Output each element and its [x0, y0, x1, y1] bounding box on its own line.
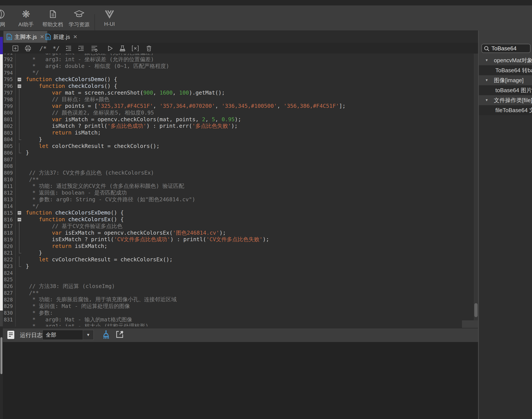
code-line[interactable]: 818 var isExMatch = opencv.checkColorsEx… — [3, 230, 478, 236]
code-line[interactable]: 810 /** — [3, 176, 478, 183]
code-line[interactable]: 816 function checkColorsEx() { — [3, 216, 478, 223]
tree-item-tobase64-mat[interactable]: ToBase64 转bas — [479, 65, 532, 75]
code-line[interactable]: 822 let cvColorCheckResult = checkColors… — [3, 256, 478, 263]
toolbar-item-website[interactable]: 官网 — [0, 8, 13, 28]
code-line[interactable]: 792 * arg3: int - 坐标误差 (允许的位置偏差) — [3, 56, 478, 63]
fold-guide — [16, 156, 25, 163]
tree-item-filetobase64[interactable]: fileToBase64 文 — [479, 105, 532, 115]
code-line[interactable]: 827 /** — [3, 290, 478, 297]
code-line[interactable]: 804 } — [3, 136, 478, 143]
tab-main-script[interactable]: JS 主脚本.js ✕ — [3, 31, 47, 43]
code-line[interactable]: 830 * 参数: — [3, 310, 478, 316]
tab-new-file[interactable]: JS 新建.js ✕ — [42, 31, 80, 43]
code-text: let colorCheckResult = checkColors(); — [26, 143, 160, 150]
code-line[interactable]: 798 // 目标点: 坐标+颜色 — [3, 96, 478, 103]
run-icon[interactable] — [106, 44, 114, 52]
line-number: 798 — [3, 97, 13, 102]
print-icon[interactable] — [24, 44, 32, 52]
code-line[interactable]: 801 var isMatch = opencv.checkColors(mat… — [3, 116, 478, 123]
fold-toggle-icon[interactable] — [16, 210, 25, 216]
search-input[interactable] — [481, 44, 531, 53]
code-text: } — [26, 136, 42, 143]
tree-group-opencvmat[interactable]: ▼ opencvMat对象[ — [479, 55, 532, 65]
tree-item-label: toBase64 图片ba — [495, 87, 532, 94]
code-line[interactable]: 807 — [3, 156, 478, 163]
code-line[interactable]: 802 isMatch ? printl('多点比色成功') : print.e… — [3, 123, 478, 130]
fold-toggle-icon[interactable] — [16, 216, 25, 223]
tree-group-file[interactable]: ▼ 文件操作类[file] — [479, 95, 532, 105]
new-file-icon[interactable] — [12, 44, 19, 52]
code-line[interactable]: * arg1: int - 核大小 (结构元处理核形) — [3, 323, 478, 327]
editor-scrollbar-thumb[interactable] — [474, 303, 478, 317]
code-line[interactable]: 829 * 返回值: Mat - 闭运算处理后的图像 — [3, 303, 478, 310]
code-text: * 参数: arg0: String - CV文件路径 (如"图色246814.… — [26, 196, 195, 203]
indent-icon[interactable] — [77, 44, 85, 52]
tab-label: 新建.js — [53, 33, 70, 41]
code-line[interactable]: 793 * arg4: double - 相似度 (0~1, 匹配严格程度) — [3, 63, 478, 70]
code-text: // 基于CV文件验证多点比色 — [26, 223, 123, 230]
fold-guide — [16, 53, 25, 56]
log-filter-dropdown-arrow[interactable]: ▼ — [83, 330, 94, 340]
code-editor[interactable]: 791 * arg2: int - 颜色误差 (允许的色值偏差)792 * ar… — [3, 53, 478, 328]
toolbar-item-hui[interactable]: H-UI — [97, 8, 123, 27]
fold-guide — [16, 303, 25, 310]
test-flask-icon[interactable] — [119, 44, 127, 52]
desktop-sliver — [0, 30, 3, 419]
code-line[interactable]: 821 } — [3, 250, 478, 256]
code-line[interactable]: 826 // 方法38: 闭运算 (closeImg) — [3, 283, 478, 290]
hui-logo-icon — [97, 8, 123, 20]
toolbar-item-learning[interactable]: 学习资源 — [66, 8, 92, 28]
toolbar-item-help-docs[interactable]: 帮助文档 — [40, 8, 66, 28]
clear-trash-icon[interactable] — [145, 44, 153, 52]
toolbar-item-ai-assistant[interactable]: ❋ AI助手 — [13, 8, 39, 28]
tree-group-image[interactable]: ▼ 图像[image] — [479, 75, 532, 85]
code-text: var isMatch = opencv.checkColors(mat, po… — [26, 116, 241, 123]
code-line[interactable]: 796 function checkColors() { — [3, 83, 478, 90]
code-line[interactable]: 823} — [3, 263, 478, 270]
tab-close-icon[interactable]: ✕ — [73, 34, 77, 40]
code-line[interactable]: 815function checkColorsExDemo() { — [3, 210, 478, 216]
fold-guide — [16, 196, 25, 203]
code-text: isExMatch ? printl('CV文件多点比色成功') : print… — [26, 236, 269, 243]
code-text: function checkColors() { — [26, 83, 117, 90]
code-line[interactable]: 803 return isMatch; — [3, 130, 478, 136]
export-log-icon[interactable] — [115, 330, 124, 339]
fold-toggle-icon[interactable] — [16, 83, 25, 90]
code-line[interactable]: 794 */ — [3, 69, 478, 76]
code-line[interactable]: 820 return isExMatch; — [3, 243, 478, 250]
log-output-area[interactable] — [3, 342, 478, 419]
code-line[interactable]: 809 // 方法37: CV文件多点比色 (checkColorsEx) — [3, 170, 478, 176]
fold-toggle-icon[interactable] — [16, 76, 25, 83]
fold-guide — [16, 136, 25, 143]
code-line[interactable]: 799 var points = ['325,317,#F4C51F', '35… — [3, 103, 478, 109]
code-line[interactable]: 806} — [3, 149, 478, 156]
code-line[interactable]: 825 — [3, 276, 478, 283]
format-code-icon[interactable] — [90, 44, 98, 52]
code-line[interactable]: 814 */ — [3, 203, 478, 210]
code-line[interactable]: 800 // 颜色误差2, 坐标误差5, 相似度0.95 — [3, 109, 478, 116]
code-line[interactable]: 831 * arg0: Mat - 输入的mat格式图像 — [3, 316, 478, 323]
brackets-x-icon[interactable] — [131, 44, 139, 52]
code-line[interactable]: 805 let colorCheckResult = checkColors()… — [3, 143, 478, 150]
editor-scrollbar-track[interactable] — [474, 53, 478, 320]
log-filter-dropdown[interactable]: 全部 — [42, 330, 83, 340]
help-doc-icon — [40, 8, 66, 20]
log-panel-title: 运行日志 — [20, 331, 42, 339]
clear-log-broom-icon[interactable] — [102, 330, 110, 340]
code-line[interactable]: 819 isExMatch ? printl('CV文件多点比色成功') : p… — [3, 236, 478, 243]
code-line[interactable]: 824 — [3, 270, 478, 276]
tree-item-tobase64-image[interactable]: toBase64 图片ba — [479, 85, 532, 95]
code-line[interactable]: 791 * arg2: int - 颜色误差 (允许的色值偏差) — [3, 53, 478, 56]
code-line[interactable]: 828 * 功能: 先膨胀后腐蚀, 用于填充图像小孔、连接邻近区域 — [3, 296, 478, 303]
code-line[interactable]: 795function checkColorsDemo() { — [3, 76, 478, 83]
comment-close-icon[interactable]: */ — [52, 44, 60, 52]
code-line[interactable]: 812 * 返回值: boolean - 是否匹配成功 — [3, 190, 478, 196]
code-line[interactable]: 813 * 参数: arg0: String - CV文件路径 (如"图色246… — [3, 196, 478, 203]
comment-open-icon[interactable]: /* — [39, 44, 47, 52]
outdent-icon[interactable] — [65, 44, 72, 52]
code-line[interactable]: 808 — [3, 163, 478, 170]
code-line[interactable]: 817 // 基于CV文件验证多点比色 — [3, 223, 478, 230]
triangle-down-icon: ▼ — [485, 78, 489, 82]
code-line[interactable]: 811 * 功能: 通过预定义的CV文件 (含多点坐标和颜色) 验证匹配 — [3, 183, 478, 190]
code-line[interactable]: 797 var mat = screen.screenShot(900, 160… — [3, 90, 478, 96]
